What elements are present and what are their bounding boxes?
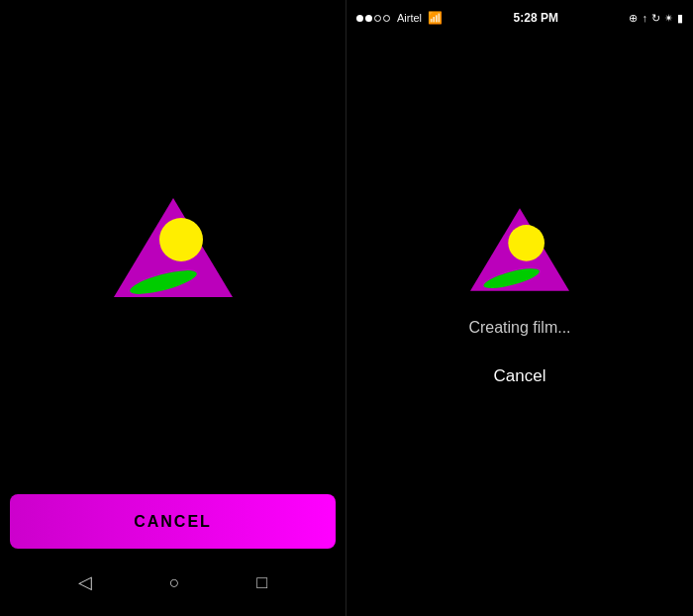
signal-dot-3	[374, 15, 381, 22]
app-logo-left	[104, 188, 243, 307]
status-icons-right: ⊕ ↑ ↻ ✴ ▮	[629, 12, 683, 25]
signal-indicator	[356, 15, 390, 22]
home-icon[interactable]: ○	[169, 572, 180, 593]
status-left: Airtel 📶	[356, 11, 443, 25]
wifi-icon: 📶	[428, 11, 443, 25]
ios-status-bar: Airtel 📶 5:28 PM ⊕ ↑ ↻ ✴ ▮	[346, 0, 693, 30]
android-logo-area	[104, 0, 243, 494]
ios-main-content: Creating film... Cancel	[460, 30, 579, 616]
android-screen: CANCEL ◁ ○ □	[0, 0, 346, 616]
status-time: 5:28 PM	[514, 11, 558, 25]
signal-dot-4	[383, 15, 390, 22]
location-icon: ⊕	[629, 12, 638, 25]
creating-film-text: Creating film...	[468, 319, 570, 337]
android-cancel-button[interactable]: CANCEL	[10, 494, 336, 549]
carrier-name: Airtel	[397, 12, 422, 24]
signal-dot-1	[356, 15, 363, 22]
ios-cancel-button[interactable]: Cancel	[494, 366, 546, 386]
app-logo-right	[460, 200, 579, 299]
svg-point-1	[159, 218, 203, 261]
svg-point-4	[508, 225, 544, 261]
back-icon[interactable]: ◁	[78, 571, 92, 593]
android-nav-bar: ◁ ○ □	[0, 559, 346, 606]
signal-dot-2	[365, 15, 372, 22]
arrow-icon: ↑	[642, 12, 647, 24]
recent-icon[interactable]: □	[256, 572, 267, 593]
android-bottom-area: CANCEL ◁ ○ □	[0, 494, 346, 616]
ios-screen: Airtel 📶 5:28 PM ⊕ ↑ ↻ ✴ ▮ Creating film…	[346, 0, 693, 616]
bluetooth-icon: ✴	[664, 12, 673, 25]
rotation-icon: ↻	[651, 12, 660, 25]
battery-icon: ▮	[677, 12, 683, 25]
